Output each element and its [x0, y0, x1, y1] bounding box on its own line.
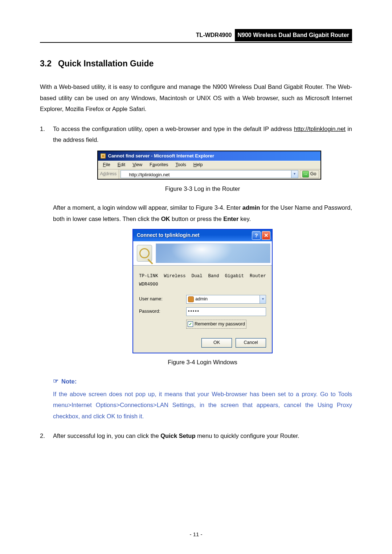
checkbox-check-icon: ✓ — [188, 321, 193, 327]
menu-favorites[interactable]: FavoritesFavorites — [147, 160, 171, 169]
step1-text-a: To access the configuration utility, ope… — [53, 126, 294, 132]
password-label: Password: — [139, 307, 186, 316]
section-title: Quick Installation Guide — [58, 59, 154, 68]
model-description: N900 Wireless Dual Band Gigabit Router — [235, 29, 352, 41]
username-label: User name: — [139, 295, 186, 303]
menu-edit[interactable]: EditEdit — [115, 160, 128, 169]
doc-header: TL-WDR4900 N900 Wireless Dual Band Gigab… — [40, 29, 352, 41]
ie-browser-window: Cannot find server - Microsoft Internet … — [97, 151, 321, 180]
pointing-hand-icon: ☞ — [53, 376, 58, 387]
note-header: ☞ Note: — [53, 376, 352, 387]
key-icon — [137, 245, 152, 262]
model-badge: TL-WDR4900 — [193, 29, 235, 41]
step2-number: 2. — [40, 430, 53, 442]
username-field[interactable]: admin ▾ — [186, 295, 266, 304]
username-dropdown-icon[interactable]: ▾ — [260, 295, 266, 303]
realm-text: TP-LINK Wireless Dual Band Gigabit Route… — [139, 272, 266, 289]
menu-help[interactable]: HelpHelp — [191, 160, 206, 169]
ok-button[interactable]: OK — [201, 338, 232, 348]
note-body: If the above screen does not pop up, it … — [53, 389, 352, 422]
figure-3-3-caption: Figure 3-3 Log in the Router — [53, 183, 352, 194]
password-field[interactable]: ••••• — [186, 307, 266, 316]
header-rule — [40, 42, 352, 43]
go-button[interactable]: → Go — [300, 170, 319, 178]
login-banner — [133, 241, 272, 266]
remember-checkbox[interactable]: ✓ Remember my password — [186, 320, 246, 329]
ie-window-title: Cannot find server - Microsoft Internet … — [108, 152, 215, 160]
tplink-url-link[interactable]: http://tplinklogin.net — [294, 126, 346, 132]
ie-menu-bar: FFileile EditEdit ViewView FavoritesFavo… — [98, 161, 320, 169]
login-body: TP-LINK Wireless Dual Band Gigabit Route… — [133, 266, 272, 352]
user-icon — [188, 296, 194, 302]
password-value: ••••• — [188, 307, 200, 316]
address-label: AddressAddress — [98, 169, 119, 179]
remember-label: Remember my password — [195, 320, 245, 328]
cancel-button[interactable]: Cancel — [236, 338, 266, 348]
step1-body: To access the configuration utility, ope… — [53, 123, 352, 422]
intro-paragraph: With a Web-based utility, it is easy to … — [40, 81, 352, 115]
note-label: Note: — [61, 376, 77, 387]
username-value: admin — [195, 295, 258, 303]
section-number: 3.2 — [40, 56, 52, 71]
menu-file[interactable]: FFileile — [100, 160, 113, 169]
ie-address-row: AddressAddress http://tplinklogin.net ▾ … — [98, 169, 320, 179]
section-heading: 3.2Quick Installation Guide — [40, 56, 352, 71]
step2-body: After successful log in, you can click t… — [53, 430, 352, 442]
step1-number: 1. — [40, 123, 53, 422]
page-number: - 11 - — [0, 529, 392, 539]
dialog-help-button[interactable]: ? — [252, 231, 261, 240]
login-dialog: Connect to tplinklogin.net ? ✕ TP-LINK W… — [133, 229, 272, 353]
address-input[interactable]: http://tplinklogin.net — [121, 171, 291, 178]
login-title-bar: Connect to tplinklogin.net ? ✕ — [133, 230, 272, 241]
banner-decoration — [156, 243, 270, 263]
go-arrow-icon: → — [302, 171, 309, 177]
go-label: Go — [310, 170, 317, 178]
ie-title-bar: Cannot find server - Microsoft Internet … — [98, 151, 320, 161]
figure-3-3: Cannot find server - Microsoft Internet … — [66, 151, 352, 180]
address-dropdown-icon[interactable]: ▾ — [291, 171, 298, 178]
figure-3-4-caption: Figure 3-4 Login Windows — [53, 357, 352, 368]
login-title: Connect to tplinklogin.net — [137, 231, 200, 240]
figure-3-4: Connect to tplinklogin.net ? ✕ TP-LINK W… — [53, 229, 352, 353]
menu-view[interactable]: ViewView — [130, 160, 145, 169]
after-fig33-text: After a moment, a login window will appe… — [53, 202, 352, 224]
dialog-close-button[interactable]: ✕ — [262, 231, 270, 240]
menu-tools[interactable]: ToolsTools — [173, 160, 189, 169]
ie-warning-icon — [100, 153, 106, 159]
